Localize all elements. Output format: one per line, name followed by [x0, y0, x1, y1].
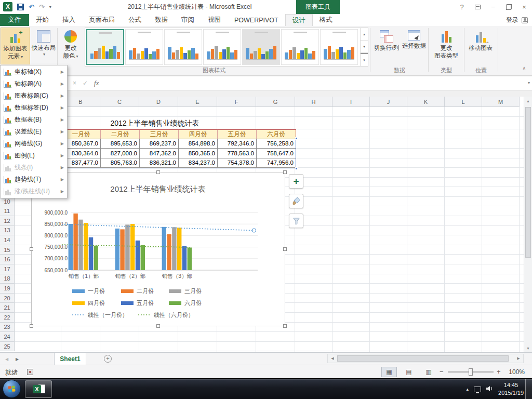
- collapse-ribbon-icon[interactable]: ∧: [522, 65, 526, 71]
- ribbon-tab-公式[interactable]: 公式: [122, 14, 148, 26]
- ribbon-tab-开始[interactable]: 开始: [29, 14, 56, 26]
- column-header-I[interactable]: I: [332, 97, 370, 107]
- taskbar-excel-button[interactable]: [25, 380, 52, 398]
- row-header-22[interactable]: 22: [0, 313, 15, 323]
- gallery-more-icon[interactable]: ▼: [361, 53, 368, 66]
- change-colors-button[interactable]: 更改 颜色▾: [58, 28, 83, 64]
- formula-bar-expand-icon[interactable]: ▾: [528, 81, 530, 85]
- tray-volume-icon[interactable]: [486, 385, 493, 393]
- show-desktop-button[interactable]: [525, 379, 532, 399]
- vscroll-thumb[interactable]: [525, 107, 531, 258]
- insert-function-button[interactable]: fx: [94, 79, 99, 87]
- sheet-nav-left-icon[interactable]: ◀: [2, 353, 11, 365]
- table-cell[interactable]: 747,956.0: [257, 158, 296, 168]
- column-header-L[interactable]: L: [445, 97, 482, 107]
- qat-customize-caret-icon[interactable]: ▾: [49, 5, 51, 9]
- zoom-level[interactable]: 100%: [509, 368, 525, 376]
- row-header-20[interactable]: 20: [0, 294, 15, 303]
- ribbon-tab-格式[interactable]: 格式: [313, 14, 339, 26]
- vscroll-down-icon[interactable]: ▼: [524, 344, 532, 352]
- column-header-C[interactable]: C: [100, 97, 139, 107]
- zoom-slider-thumb[interactable]: [469, 368, 473, 376]
- column-header-J[interactable]: J: [370, 97, 407, 107]
- chart-style-thumb-6[interactable]: [281, 29, 319, 65]
- macro-record-icon[interactable]: [27, 369, 33, 375]
- spreadsheet-grid[interactable]: 2012上半年销售业绩统计表 2012上半年销售业绩统计表900,000.085…: [0, 97, 524, 352]
- column-header-E[interactable]: E: [178, 97, 217, 107]
- menu-item-图表标题(C)[interactable]: 图表标题(C)▶: [1, 90, 66, 102]
- change-chart-type-button[interactable]: 更改 图表类型: [430, 28, 462, 64]
- embedded-chart[interactable]: 2012上半年销售业绩统计表900,000.0850,000.0800,000.…: [31, 172, 285, 326]
- ribbon-tab-POWERPIVOT[interactable]: POWERPIVOT: [228, 14, 285, 26]
- select-data-button[interactable]: 选择数据: [401, 28, 427, 64]
- ribbon-tab-审阅[interactable]: 审阅: [175, 14, 201, 26]
- hscroll-right-icon[interactable]: ▶: [515, 354, 522, 363]
- chart-handle[interactable]: [156, 170, 160, 174]
- table-cell[interactable]: 827,000.0: [101, 149, 140, 158]
- table-cell[interactable]: 754,378.0: [218, 158, 257, 168]
- table-cell[interactable]: 854,898.0: [179, 139, 218, 149]
- cancel-icon[interactable]: ×: [73, 79, 76, 87]
- table-cell[interactable]: 830,364.0: [62, 149, 101, 158]
- table-cell[interactable]: 837,477.0: [62, 158, 101, 168]
- help-button[interactable]: ?: [454, 0, 470, 14]
- table-header-month[interactable]: 六月份: [257, 130, 296, 139]
- ribbon-tab-视图[interactable]: 视图: [201, 14, 228, 26]
- view-page-layout-button[interactable]: ▤: [401, 367, 417, 377]
- chart-filter-button[interactable]: [289, 214, 303, 228]
- table-cell[interactable]: 847,362.0: [140, 149, 179, 158]
- zoom-in-button[interactable]: +: [497, 368, 501, 376]
- table-header-month[interactable]: 二月份: [101, 130, 140, 139]
- chart-handle[interactable]: [283, 170, 287, 174]
- chart-handle[interactable]: [283, 247, 287, 251]
- row-header-11[interactable]: 11: [0, 206, 15, 216]
- row-header-13[interactable]: 13: [0, 226, 15, 236]
- menu-item-坐标轴(X)[interactable]: 坐标轴(X)▶: [1, 66, 66, 78]
- tab-file[interactable]: 文件: [0, 14, 29, 26]
- chart-style-button[interactable]: [289, 194, 303, 208]
- vscroll-up-icon[interactable]: ▲: [524, 97, 532, 105]
- table-cell[interactable]: 792,346.0: [218, 139, 257, 149]
- menu-item-图例(L)[interactable]: 图例(L)▶: [1, 150, 66, 162]
- row-header-16[interactable]: 16: [0, 255, 15, 264]
- table-header-month[interactable]: 三月份: [140, 130, 179, 139]
- table-header-month[interactable]: 一月份: [62, 130, 101, 139]
- row-header-25[interactable]: 25: [0, 342, 15, 352]
- undo-button[interactable]: ↶: [29, 4, 34, 10]
- table-cell[interactable]: 756,258.0: [257, 139, 296, 149]
- table-cell[interactable]: 850,365.0: [179, 149, 218, 158]
- ribbon-tab-页面布局[interactable]: 页面布局: [82, 14, 122, 26]
- chart-handle[interactable]: [30, 324, 33, 328]
- column-header-D[interactable]: D: [139, 97, 178, 107]
- chart-data-range[interactable]: 850,367.0895,653.0869,237.0854,898.0792,…: [61, 139, 296, 169]
- horizontal-scrollbar[interactable]: ◀ ▶: [327, 354, 524, 363]
- minimize-button[interactable]: −: [485, 0, 501, 14]
- ribbon-display-options-button[interactable]: [470, 0, 485, 14]
- row-header-18[interactable]: 18: [0, 274, 15, 284]
- table-header-month[interactable]: 四月份: [179, 130, 218, 139]
- column-header-M[interactable]: M: [482, 97, 520, 107]
- chart-style-thumb-1[interactable]: [86, 29, 124, 65]
- hscroll-thumb[interactable]: [337, 355, 509, 362]
- row-header-12[interactable]: 12: [0, 216, 15, 226]
- range-handle[interactable]: [295, 167, 298, 170]
- chart-style-thumb-3[interactable]: [164, 29, 202, 65]
- hscroll-left-icon[interactable]: ◀: [329, 354, 336, 363]
- table-cell[interactable]: 895,653.0: [101, 139, 140, 149]
- row-header-17[interactable]: 17: [0, 264, 15, 274]
- column-header-G[interactable]: G: [256, 97, 295, 107]
- start-button[interactable]: [3, 380, 21, 398]
- chart-handle[interactable]: [283, 324, 287, 328]
- move-chart-button[interactable]: 移动图表: [466, 28, 496, 64]
- redo-button[interactable]: ↷: [39, 4, 45, 10]
- range-handle[interactable]: [295, 137, 298, 140]
- sign-in-button[interactable]: 登录: [506, 14, 528, 26]
- menu-item-数据标签(D)[interactable]: 数据标签(D)▶: [1, 102, 66, 114]
- chart-elements-button[interactable]: +: [289, 174, 303, 189]
- new-sheet-button[interactable]: +: [104, 355, 112, 363]
- row-header-14[interactable]: 14: [0, 235, 15, 245]
- chart-style-thumb-4[interactable]: [203, 29, 241, 65]
- ribbon-tab-设计[interactable]: 设计: [285, 14, 313, 26]
- table-cell[interactable]: 836,321.0: [140, 158, 179, 168]
- gallery-down-icon[interactable]: ▼: [361, 41, 368, 53]
